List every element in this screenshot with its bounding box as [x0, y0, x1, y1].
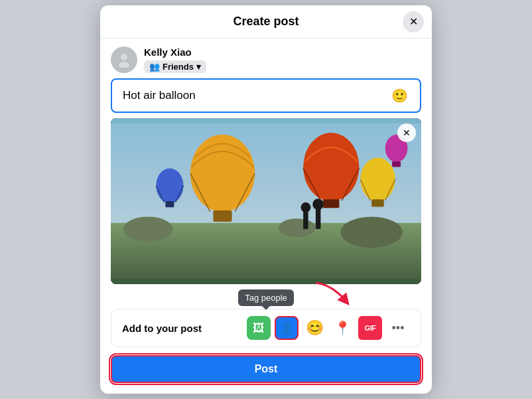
svg-point-4 — [123, 216, 173, 241]
audience-icon: 👥 — [149, 62, 160, 72]
svg-point-11 — [190, 135, 255, 212]
balloons-illustration — [111, 118, 421, 284]
post-button[interactable]: Post — [111, 355, 421, 383]
media-preview: ✕ — [111, 118, 421, 284]
audience-button[interactable]: 👥 Friends ▾ — [144, 60, 206, 73]
modal-title: Create post — [233, 15, 299, 29]
close-button[interactable]: ✕ — [403, 11, 424, 33]
tooltip-box: Tag people — [238, 289, 294, 306]
location-icon: 📍 — [334, 320, 351, 336]
tag-icon: 👤 — [280, 321, 294, 335]
post-icons: 🖼 👤 😊 📍 GIF ••• — [247, 316, 410, 340]
svg-point-19 — [360, 157, 395, 201]
more-options-button[interactable]: ••• — [386, 316, 410, 340]
photo-icon: 🖼 — [253, 321, 265, 335]
svg-rect-28 — [392, 161, 401, 167]
svg-rect-18 — [323, 199, 339, 208]
add-to-post-row: Add to your post 🖼 👤 😊 📍 GIF — [111, 309, 421, 347]
avatar — [111, 46, 137, 73]
media-close-button[interactable]: ✕ — [397, 123, 416, 142]
svg-point-0 — [121, 54, 127, 60]
svg-point-1 — [119, 62, 129, 68]
gif-label: GIF — [365, 324, 376, 332]
svg-point-6 — [279, 218, 316, 237]
modal-header: Create post ✕ — [100, 5, 432, 39]
svg-point-23 — [156, 168, 183, 202]
photo-video-button[interactable]: 🖼 — [247, 316, 271, 340]
chevron-down-icon: ▾ — [196, 62, 201, 72]
post-input-wrapper[interactable]: 🙂 — [111, 78, 421, 113]
audience-label: Friends — [163, 62, 194, 72]
user-row: Kelly Xiao 👥 Friends ▾ — [100, 39, 432, 78]
svg-point-10 — [312, 199, 324, 210]
check-in-button[interactable]: 📍 — [330, 316, 354, 340]
tooltip-section: Tag people — [100, 289, 432, 309]
user-name: Kelly Xiao — [144, 46, 206, 58]
svg-rect-22 — [371, 199, 384, 206]
emoji-picker-button[interactable]: 🙂 — [390, 86, 409, 105]
user-info: Kelly Xiao 👥 Friends ▾ — [144, 46, 206, 73]
svg-rect-9 — [316, 207, 320, 229]
svg-point-5 — [340, 216, 403, 248]
svg-rect-14 — [213, 210, 232, 222]
feeling-activity-button[interactable]: 😊 — [302, 316, 326, 340]
tag-people-button[interactable]: 👤 — [275, 316, 299, 340]
post-button-wrapper: Post — [100, 355, 432, 394]
more-icon: ••• — [392, 321, 405, 335]
svg-point-8 — [300, 202, 310, 212]
svg-point-15 — [303, 133, 359, 201]
gif-button[interactable]: GIF — [358, 316, 382, 340]
add-to-post-label: Add to your post — [122, 323, 202, 334]
emoji-icon: 🙂 — [391, 88, 408, 103]
post-text-input[interactable] — [123, 85, 390, 106]
emoji-activity-icon: 😊 — [306, 319, 324, 337]
svg-rect-7 — [303, 210, 308, 229]
create-post-modal: Create post ✕ Kelly Xiao 👥 Friends ▾ 🙂 — [100, 5, 432, 394]
svg-rect-26 — [165, 201, 174, 207]
tooltip-text: Tag people — [245, 293, 287, 303]
media-placeholder — [111, 118, 421, 284]
